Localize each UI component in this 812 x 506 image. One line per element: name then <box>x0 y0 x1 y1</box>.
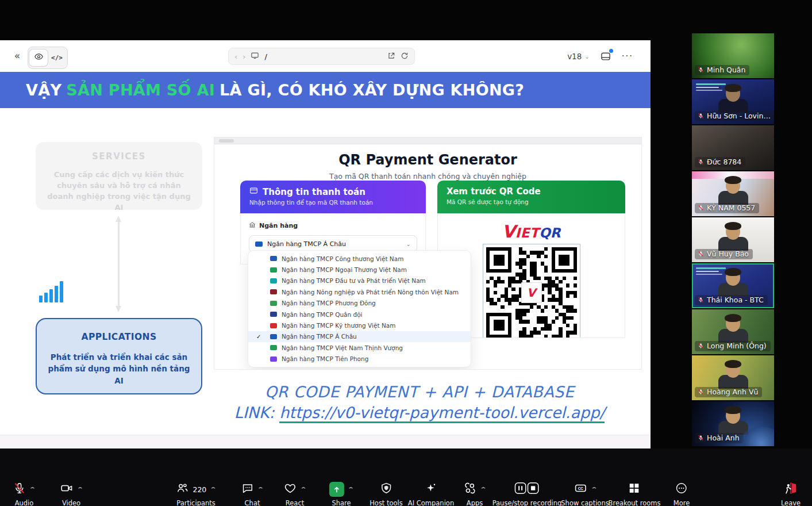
chevron-up-icon[interactable]: ⌃ <box>590 486 598 493</box>
toolbar-item[interactable]: ⌃ Chat <box>241 482 263 506</box>
toolbar-item[interactable]: ⌃ Share <box>329 482 353 506</box>
camera-icon <box>60 482 74 497</box>
participant-tile[interactable]: KỲ NAM 0557 <box>692 171 774 216</box>
bank-option[interactable]: ✓ Ngân hàng TMCP Tiên Phong <box>248 354 471 365</box>
refresh-icon[interactable] <box>401 51 409 62</box>
bank-option[interactable]: ✓ Ngân hàng TMCP Đầu tư và Phát triển Vi… <box>248 275 471 286</box>
notification-dot <box>609 49 613 53</box>
slide-banner: VẬY SẢN PHẨM SỐ AI LÀ GÌ, CÓ KHÓ XÂY DỰN… <box>0 72 651 108</box>
toolbar-item[interactable]: Host tools <box>370 482 403 506</box>
bank-logo-icon <box>270 301 277 306</box>
bank-logo-icon <box>270 356 277 362</box>
bank-option[interactable]: ✓ Ngân hàng TMCP Kỹ thương Việt Nam <box>248 320 471 331</box>
participant-name: Hữu Sơn - LovinBot AI <box>707 112 774 120</box>
bank-option[interactable]: ✓ Ngân hàng TMCP Quân đội <box>248 309 471 320</box>
layout-panel-button[interactable] <box>600 51 611 62</box>
collapse-button[interactable]: « <box>9 48 25 64</box>
zoom-meeting-window: « </> ‹ › / <box>0 0 812 506</box>
bank-option[interactable]: ✓ Ngân hàng TMCP Việt Nam Thịnh Vượng <box>248 342 471 353</box>
chevron-up-icon[interactable]: ⌃ <box>300 486 307 493</box>
bank-option[interactable]: ✓ Ngân hàng TMCP Ngoại Thương Việt Nam <box>248 264 471 275</box>
chevron-up-icon[interactable]: ⌃ <box>347 486 355 493</box>
applications-body: Phát triển và triển khai các sản phẩm sử… <box>46 351 192 386</box>
participant-tile[interactable]: Đức 8784 <box>692 125 774 170</box>
code-view-button[interactable]: </> <box>48 49 66 66</box>
chevron-up-icon[interactable]: ⌃ <box>480 486 487 493</box>
cc-icon: CC <box>574 482 587 497</box>
participant-name: Thái Khoa - BTC <box>707 296 764 304</box>
participant-figure <box>718 270 748 297</box>
participant-tile[interactable]: Long Minh (Ông) <box>692 309 774 354</box>
services-body: Cung cấp các dịch vụ kiến thức chuyên sâ… <box>46 170 192 213</box>
participant-tile[interactable]: Thái Khoa - BTC <box>692 263 774 308</box>
qr-code: V <box>483 244 580 338</box>
bank-option[interactable]: ✓ Ngân hàng TMCP Á Châu <box>248 331 471 342</box>
participant-name-label: KỲ NAM 0557 <box>695 203 759 213</box>
bank-dropdown-list: ✓ Ngân hàng TMCP Công thương Việt Nam ✓ … <box>248 250 471 367</box>
participants-strip: Minh Quân Hữu Sơn - LovinBot AI Đức 8784… <box>692 33 774 447</box>
participant-tile[interactable]: Hoàng Anh Vũ <box>692 355 774 400</box>
bank-option[interactable]: ✓ Ngân hàng TMCP Phương Đông <box>248 298 471 309</box>
bank-option-label: Ngân hàng TMCP Ngoại Thương Việt Nam <box>282 266 407 273</box>
participant-name-label: Minh Quân <box>695 65 749 75</box>
payment-card-title: Thông tin thanh toán <box>263 187 365 197</box>
grid-icon <box>628 482 641 497</box>
nav-forward-icon[interactable]: › <box>243 52 245 61</box>
version-dropdown[interactable]: v18⌄ <box>567 52 590 61</box>
toolbar-label: Chat <box>241 499 263 506</box>
device-monitor-icon[interactable] <box>251 51 259 62</box>
url-path[interactable]: / <box>264 52 382 61</box>
participant-name: Minh Quân <box>707 66 745 74</box>
bank-logo-icon <box>255 241 263 247</box>
toolbar-item[interactable]: ⌃ React <box>283 482 306 506</box>
toolbar-item[interactable]: ⌃ Audio <box>13 482 35 506</box>
toolbar-label: React <box>283 499 306 506</box>
more-options-button[interactable]: ··· <box>622 51 633 62</box>
toolbar-item[interactable]: 220 ⌃ Participants <box>176 482 215 506</box>
toolbar-item[interactable]: CC ⌃ Show captions <box>561 482 609 506</box>
open-external-icon[interactable] <box>387 51 395 62</box>
nav-back-icon[interactable]: ‹ <box>234 52 237 61</box>
caption-link[interactable]: https://v0-vietqr-payment-tool.vercel.ap… <box>279 404 605 423</box>
banner-text-post: LÀ GÌ, CÓ KHÓ XÂY DỰNG KHÔNG? <box>220 81 524 99</box>
participant-tile[interactable]: Hoài Anh <box>692 401 774 446</box>
chevron-up-icon[interactable]: ⌃ <box>76 486 84 493</box>
chevron-up-icon[interactable]: ⌃ <box>29 486 36 493</box>
bank-option-label: Ngân hàng TMCP Á Châu <box>282 333 357 340</box>
bank-option[interactable]: ✓ Ngân hàng Nông nghiệp và Phát triển Nô… <box>248 286 471 297</box>
toolbar-item[interactable]: ⌃ Video <box>60 482 83 506</box>
toolbar-item[interactable]: ⌃ Apps <box>463 482 486 506</box>
slide-footer-strip <box>0 435 651 448</box>
participant-tile[interactable]: Vũ Huy Bảo <box>692 217 774 262</box>
bank-option-label: Ngân hàng TMCP Đầu tư và Phát triển Việt… <box>282 277 426 284</box>
chevron-down-icon: ⌄ <box>406 241 411 247</box>
preview-eye-button[interactable] <box>29 49 48 66</box>
view-mode-toggle[interactable]: </> <box>28 47 68 69</box>
bank-option[interactable]: ✓ Ngân hàng TMCP Công thương Việt Nam <box>248 253 471 264</box>
preview-url-bar[interactable]: ‹ › / <box>228 48 415 65</box>
chevron-up-icon[interactable]: ⌃ <box>209 486 217 493</box>
toolbar-item[interactable]: Leave <box>781 482 801 506</box>
chevron-up-icon[interactable]: ⌃ <box>257 486 264 493</box>
mic-muted-icon <box>698 205 704 211</box>
bank-option-label: Ngân hàng TMCP Kỹ thương Việt Nam <box>282 322 395 329</box>
toolbar-item[interactable]: Pause/stop recording <box>492 482 562 506</box>
mic-muted-icon <box>698 67 704 73</box>
bank-logo-icon <box>270 267 277 273</box>
participant-name: KỲ NAM 0557 <box>707 204 755 212</box>
toolbar-label: Apps <box>463 499 486 506</box>
toolbar-item[interactable]: AI Companion <box>408 482 454 506</box>
participant-tile[interactable]: Minh Quân <box>692 33 774 78</box>
mic-muted-icon <box>698 159 704 165</box>
share-icon <box>329 482 344 497</box>
participant-name-label: Hoàng Anh Vũ <box>695 387 762 397</box>
bank-option-label: Ngân hàng Nông nghiệp và Phát triển Nông… <box>282 289 459 296</box>
participant-tile[interactable]: Hữu Sơn - LovinBot AI <box>692 79 774 124</box>
more-icon <box>675 482 688 497</box>
record-icon <box>514 482 540 497</box>
applications-title: APPLICATIONS <box>46 332 192 342</box>
services-title: SERVICES <box>46 151 192 162</box>
toolbar-item[interactable]: Breakout rooms <box>609 482 661 506</box>
toolbar-item[interactable]: More <box>674 482 690 506</box>
bank-logo-icon <box>270 256 277 261</box>
